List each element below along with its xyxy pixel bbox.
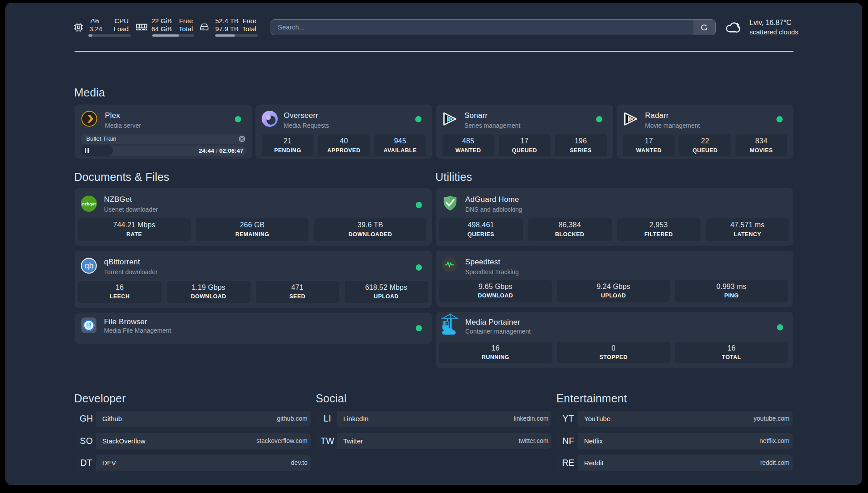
svg-text:nzbget: nzbget	[82, 201, 96, 206]
svg-text:qb: qb	[84, 261, 93, 270]
